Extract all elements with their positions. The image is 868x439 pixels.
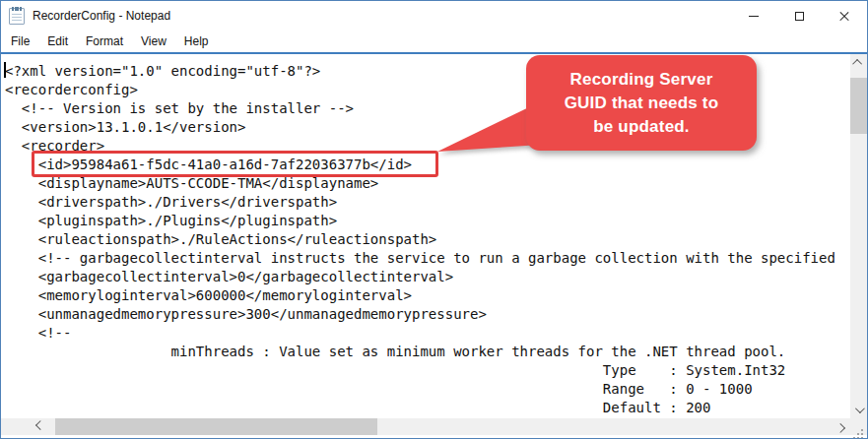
code-line: <!-- garbagecollectinterval instructs th… [5,249,850,268]
editor-area: <?xml version="1.0" encoding="utf-8"?><r… [1,54,867,418]
code-line: <pluginspath>./Plugins</pluginspath> [5,212,850,230]
window-controls [731,1,867,31]
text-caret [4,62,6,78]
menu-bar: File Edit Format View Help [1,31,867,52]
title-bar[interactable]: RecorderConfig - Notepad [1,1,867,31]
chevron-right-icon [835,423,845,433]
close-button[interactable] [822,1,867,31]
callout-text-line: be updated. [526,115,757,139]
chevron-up-icon [852,59,862,69]
code-line: Range : 0 - 1000 [5,380,850,399]
resize-grip-icon [861,429,863,431]
scroll-left-button[interactable] [31,418,47,435]
code-line: <ruleactionspath>./RuleActions</ruleacti… [5,230,850,249]
callout-text-line: Recording Server [526,68,757,92]
menu-help[interactable]: Help [175,31,218,51]
scroll-down-button[interactable] [850,402,867,418]
code-line: <unmanagedmemorypressure>300</unmanagedm… [5,305,850,324]
code-line: <driverspath>./Drivers</driverspath> [5,193,850,212]
code-line: <!-- [5,324,850,343]
callout-text-line: GUID that needs to [526,92,757,115]
horizontal-scrollbar-thumb[interactable] [55,418,377,435]
code-line: <garbagecollectinterval>0</garbagecollec… [5,268,850,286]
guid-highlight-box [32,151,438,177]
vertical-scrollbar-thumb[interactable] [850,78,867,134]
title-left: RecorderConfig - Notepad [1,8,731,25]
resize-grip[interactable] [850,418,867,435]
menu-format[interactable]: Format [77,31,132,51]
maximize-button[interactable] [776,1,822,31]
menu-file[interactable]: File [2,31,38,51]
code-line: Type : System.Int32 [5,361,850,380]
notepad-icon [9,8,25,25]
close-icon [838,10,850,22]
chevron-down-icon [855,404,865,413]
minimize-icon [749,16,759,17]
chevron-left-icon [35,420,45,430]
window-title: RecorderConfig - Notepad [33,9,170,23]
window-bottom-edge [1,435,867,439]
code-line: Default : 200 [5,399,850,417]
code-line: minThreads : Value set as minimum worker… [5,343,850,361]
vertical-scrollbar[interactable] [850,54,867,418]
minimize-button[interactable] [731,1,776,31]
scroll-up-button[interactable] [850,54,867,71]
notepad-window: RecorderConfig - Notepad File Edit Forma… [0,0,868,439]
code-line: <memoryloginterval>600000</memoryloginte… [5,286,850,305]
maximize-icon [795,12,804,21]
menu-view[interactable]: View [132,31,175,51]
menu-edit[interactable]: Edit [38,31,77,51]
callout-balloon: Recording Server GUID that needs to be u… [526,55,757,151]
horizontal-scrollbar[interactable] [1,418,867,435]
scroll-right-button[interactable] [834,418,850,435]
notepad-icon-spiral [12,7,22,11]
